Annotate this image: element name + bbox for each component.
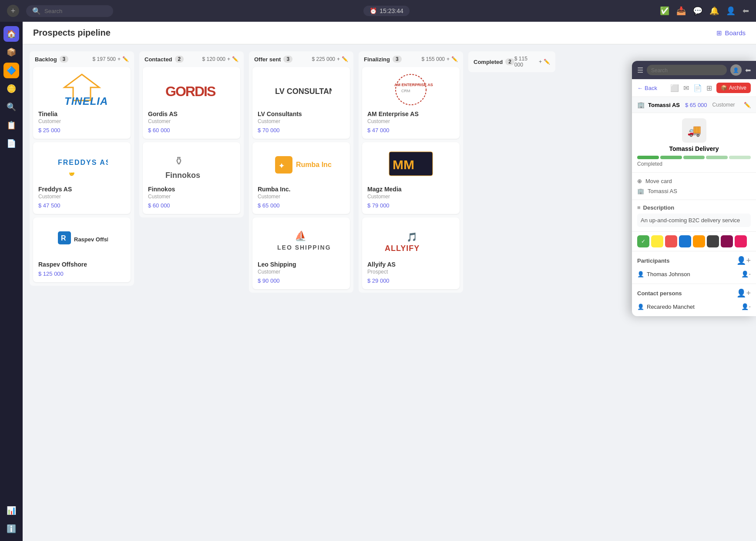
- card-gordis[interactable]: GORDIS Gordis AS Customer $ 60 000: [143, 67, 240, 139]
- col-edit-completed[interactable]: ✏️: [544, 59, 550, 65]
- sidebar-item-packages[interactable]: 📦: [3, 44, 19, 60]
- panel-actions: ← Back ⬜ ✉ 📄 ⊞ 📦 Archive: [632, 79, 756, 97]
- user-avatar[interactable]: 👤: [726, 6, 736, 16]
- card-am[interactable]: AM ENTERPRISE AS CRM AM Enterprise AS Cu…: [362, 67, 460, 139]
- left-sidebar: 🏠 📦 🔷 🪙 🔍 📋 📄 📊 ℹ️: [0, 22, 23, 541]
- card-lv[interactable]: LV CONSULTANTS LV Consultants Customer $…: [252, 67, 350, 139]
- swatch-green[interactable]: ✓: [637, 235, 649, 247]
- svg-text:Raspev Offshore: Raspev Offshore: [74, 236, 108, 243]
- swatch-orange[interactable]: [693, 235, 705, 247]
- panel-user-avatar[interactable]: 👤: [730, 64, 742, 76]
- svg-text:ALLYIFY: ALLYIFY: [385, 244, 420, 253]
- panel-description: ≡ Description An up-and-coming B2C deliv…: [632, 200, 756, 232]
- svg-text:⚱: ⚱: [174, 154, 184, 167]
- progress-bar-2: [660, 156, 682, 159]
- col-title-finalizing: Finalizing: [364, 56, 390, 63]
- boards-button[interactable]: ⊞ Boards: [716, 29, 746, 37]
- col-edit-contacted[interactable]: ✏️: [232, 56, 239, 62]
- col-add-offer-sent[interactable]: +: [337, 56, 340, 62]
- progress-bars: [637, 156, 751, 159]
- search-bar: 🔍: [26, 5, 113, 17]
- hamburger-icon[interactable]: ☰: [637, 66, 643, 74]
- sidebar-item-boards[interactable]: 📋: [3, 117, 19, 133]
- swatch-dark[interactable]: [707, 235, 719, 247]
- sidebar-item-home[interactable]: 🏠: [3, 26, 19, 42]
- card-finnokos[interactable]: ⚱ Finnokos Finnokos Customer $ 60 000: [143, 142, 240, 214]
- inbox-icon[interactable]: 📥: [676, 6, 686, 16]
- sidebar-item-docs[interactable]: 📄: [3, 136, 19, 151]
- add-contact-icon[interactable]: 👤+: [736, 288, 751, 298]
- chat-icon[interactable]: 💬: [693, 6, 702, 16]
- card-tinelia[interactable]: TINELIA Tinelia Customer $ 25 000: [33, 67, 131, 139]
- search-input[interactable]: [44, 8, 105, 14]
- sidebar-item-search[interactable]: 🔍: [3, 99, 19, 115]
- contact-row: 👤 Recaredo Manchet 👤-: [637, 301, 751, 312]
- col-add-contacted[interactable]: +: [227, 56, 230, 62]
- col-title-backlog: Backlog: [35, 56, 57, 63]
- contact-header: Contact persons 👤+: [637, 288, 751, 298]
- copy-icon[interactable]: ⬜: [670, 84, 679, 92]
- panel-topbar: ☰ 👤 ⬅: [632, 61, 756, 79]
- col-header-contacted: Contacted 2 $ 120 000 + ✏️: [139, 51, 244, 67]
- swatch-yellow[interactable]: [651, 235, 663, 247]
- col-edit-offer-sent[interactable]: ✏️: [342, 56, 348, 62]
- contact-title: Contact persons: [637, 290, 682, 297]
- building-icon: 🏢: [637, 101, 645, 108]
- more-icon[interactable]: ⊞: [706, 84, 712, 92]
- card-amount-allyify: $ 29 000: [367, 277, 454, 284]
- card-type-leo: Customer: [258, 269, 345, 275]
- col-count-backlog: 3: [60, 56, 69, 63]
- panel-search-input[interactable]: [651, 67, 722, 73]
- edit-company-icon[interactable]: ✏️: [744, 102, 751, 108]
- card-raspev[interactable]: R Raspev Offshore Raspev Offshore $ 125 …: [33, 217, 131, 282]
- svg-text:Rumba Inc.: Rumba Inc.: [296, 161, 332, 168]
- tasks-icon[interactable]: ✅: [660, 6, 669, 16]
- add-button[interactable]: +: [7, 5, 19, 17]
- swatch-pink[interactable]: [735, 235, 747, 247]
- swatch-red[interactable]: [665, 235, 677, 247]
- col-header-backlog: Backlog 3 $ 197 500 + ✏️: [30, 51, 134, 67]
- progress-bar-5: [729, 156, 751, 159]
- card-type-am: Customer: [367, 118, 454, 124]
- sidebar-item-analytics[interactable]: 📊: [3, 503, 19, 518]
- delivery-logo: 🚚: [682, 118, 706, 143]
- panel-collapse-icon[interactable]: ⬅: [745, 66, 751, 74]
- file-icon[interactable]: 📄: [693, 84, 702, 92]
- col-edit-finalizing[interactable]: ✏️: [451, 56, 458, 62]
- remove-participant-icon[interactable]: 👤-: [741, 270, 751, 277]
- logo-lv: LV CONSULTANTS: [258, 72, 345, 107]
- bell-icon[interactable]: 🔔: [709, 6, 719, 16]
- column-finalizing: Finalizing 3 $ 155 000 + ✏️: [359, 51, 463, 293]
- card-leo[interactable]: ⛵ LEO SHIPPING Leo Shipping Customer $ 9…: [252, 217, 350, 289]
- column-backlog: Backlog 3 $ 197 500 + ✏️: [30, 51, 134, 286]
- card-magz[interactable]: MM Magz Media Customer $ 79 000: [362, 142, 460, 214]
- sidebar-item-coins[interactable]: 🪙: [3, 81, 19, 97]
- card-amount-raspev: $ 125 000: [38, 270, 125, 277]
- svg-text:FREDDYS AS: FREDDYS AS: [58, 159, 108, 166]
- archive-button[interactable]: 📦 Archive: [716, 83, 751, 93]
- card-name-leo: Leo Shipping: [258, 261, 345, 268]
- card-type-finnokos: Customer: [148, 194, 235, 200]
- swatch-purple[interactable]: [721, 235, 733, 247]
- card-allyify[interactable]: 🎵 ALLYIFY Allyify AS Prospect $ 29 000: [362, 217, 460, 289]
- card-freddys[interactable]: FREDDYS AS 🤝 Freddys AS Customer $ 47 50…: [33, 142, 131, 214]
- svg-text:🤝: 🤝: [69, 171, 75, 177]
- card-rumba[interactable]: ✦ Rumba Inc. Rumba Inc. Customer $ 65 00…: [252, 142, 350, 214]
- col-edit-backlog[interactable]: ✏️: [122, 56, 129, 62]
- collapse-icon[interactable]: ⬅: [743, 6, 749, 16]
- back-button[interactable]: ← Back: [637, 85, 657, 91]
- card-name-lv: LV Consultants: [258, 110, 345, 117]
- add-participant-icon[interactable]: 👤+: [736, 256, 751, 265]
- col-add-backlog[interactable]: +: [118, 56, 121, 62]
- sidebar-item-modules[interactable]: 🔷: [3, 63, 19, 78]
- col-add-completed[interactable]: +: [539, 59, 542, 65]
- email-icon[interactable]: ✉: [683, 84, 689, 92]
- card-amount-lv: $ 70 000: [258, 127, 345, 134]
- col-add-finalizing[interactable]: +: [447, 56, 450, 62]
- card-amount-magz: $ 79 000: [367, 202, 454, 209]
- swatch-blue[interactable]: [679, 235, 691, 247]
- sidebar-item-info[interactable]: ℹ️: [3, 521, 19, 537]
- remove-contact-icon[interactable]: 👤-: [741, 303, 751, 310]
- svg-text:R: R: [61, 234, 66, 242]
- col-count-finalizing: 3: [393, 56, 402, 63]
